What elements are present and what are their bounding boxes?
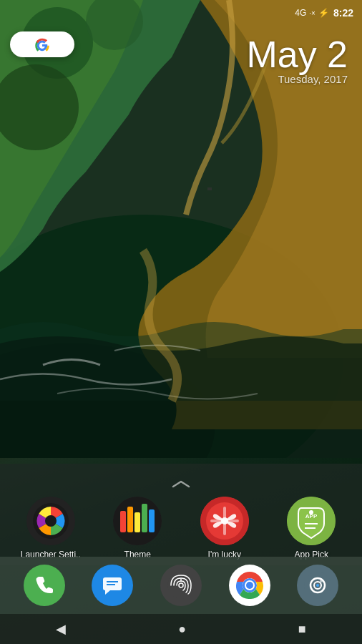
theme-app[interactable]: Theme bbox=[105, 497, 170, 560]
fingerprint-dock-icon[interactable] bbox=[160, 565, 202, 606]
status-bar: 4G ·× ⚡ 8:22 bbox=[0, 0, 362, 26]
launcher-icon bbox=[26, 497, 75, 545]
app-row: Launcher Setti.. Theme bbox=[0, 497, 362, 560]
date-widget: May 2 Tuesday, 2017 bbox=[246, 36, 348, 85]
drawer-handle[interactable] bbox=[0, 475, 362, 497]
svg-point-39 bbox=[316, 584, 319, 587]
svg-rect-12 bbox=[134, 512, 140, 532]
svg-point-8 bbox=[45, 515, 57, 527]
svg-rect-19 bbox=[210, 519, 239, 522]
battery-icon: ⚡ bbox=[318, 8, 329, 18]
phone-dock-icon[interactable] bbox=[24, 565, 65, 606]
home-button[interactable]: ● bbox=[178, 622, 186, 637]
dock bbox=[0, 557, 362, 614]
svg-rect-13 bbox=[142, 504, 147, 532]
lucky-icon bbox=[200, 497, 249, 545]
launcher-app[interactable]: Launcher Setti.. bbox=[19, 497, 83, 560]
svg-rect-11 bbox=[127, 507, 133, 532]
status-icons: 4G ·× ⚡ bbox=[295, 8, 329, 18]
nav-bar: ◀ ● ■ bbox=[0, 614, 362, 644]
back-button[interactable]: ◀ bbox=[56, 621, 66, 637]
theme-icon bbox=[113, 497, 162, 545]
signal-icon: ·× bbox=[309, 9, 315, 17]
google-search-bar[interactable] bbox=[10, 31, 74, 57]
apppick-app[interactable]: APP App Pick bbox=[279, 497, 343, 560]
lucky-app[interactable]: I'm lucky bbox=[192, 497, 257, 560]
network-indicator: 4G bbox=[295, 8, 306, 18]
date-main: May 2 bbox=[246, 36, 348, 73]
svg-rect-10 bbox=[120, 511, 126, 532]
svg-point-40 bbox=[320, 580, 323, 582]
camera-dock-icon[interactable] bbox=[297, 565, 338, 606]
svg-rect-14 bbox=[149, 509, 155, 532]
svg-point-35 bbox=[246, 582, 253, 589]
app-drawer-area: Launcher Setti.. Theme bbox=[0, 464, 362, 565]
chrome-dock-icon[interactable] bbox=[229, 565, 270, 606]
recent-button[interactable]: ■ bbox=[298, 622, 306, 637]
google-logo bbox=[32, 34, 52, 54]
svg-rect-6 bbox=[207, 187, 212, 190]
svg-point-22 bbox=[309, 510, 313, 514]
time-display: 8:22 bbox=[333, 7, 353, 19]
messages-dock-icon[interactable] bbox=[92, 565, 133, 606]
apppick-icon: APP bbox=[287, 497, 336, 545]
svg-marker-26 bbox=[105, 590, 110, 595]
